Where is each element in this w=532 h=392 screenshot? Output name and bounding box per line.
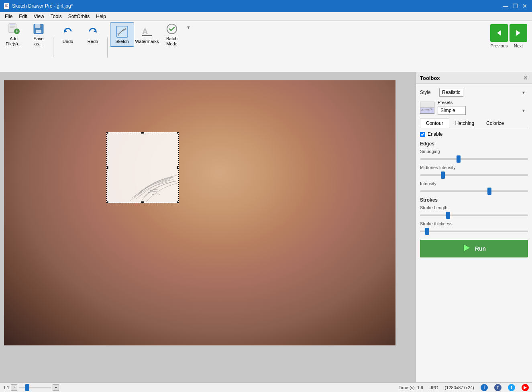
- run-button[interactable]: Run: [420, 240, 528, 257]
- status-bar-left: 1:1 - +: [3, 384, 395, 391]
- handle-top-right[interactable]: [177, 132, 179, 134]
- title-bar-left: Sketch Drawer Pro - girl.jpg*: [3, 3, 73, 9]
- svg-marker-20: [497, 30, 501, 36]
- batch-mode-button[interactable]: BatchMode: [160, 22, 184, 47]
- menu-edit[interactable]: Edit: [16, 13, 31, 20]
- presets-row: Presets Simple Detailed Fine Lines Bold: [420, 100, 528, 115]
- stroke-thickness-slider[interactable]: [420, 231, 528, 232]
- svg-rect-11: [35, 24, 40, 28]
- tab-bar: Contour Hatching Colorize: [420, 118, 528, 128]
- save-icon: [32, 22, 45, 35]
- svg-rect-0: [4, 3, 9, 9]
- handle-bot-right[interactable]: [177, 201, 179, 203]
- add-files-button[interactable]: + AddFile(s)...: [2, 22, 26, 47]
- redo-icon: [86, 25, 99, 38]
- toolbox-header: Toolbox ✕: [416, 72, 532, 84]
- enable-row: Enable: [420, 131, 528, 137]
- svg-rect-22: [420, 102, 434, 108]
- handle-bot-left[interactable]: [106, 201, 108, 203]
- svg-marker-25: [464, 244, 470, 251]
- stroke-length-label: Stroke Length: [420, 205, 528, 210]
- time-display: Time (s): 1.9: [399, 385, 423, 390]
- svg-rect-6: [10, 26, 15, 27]
- svg-rect-12: [36, 30, 41, 33]
- sketch-preview: [126, 159, 178, 203]
- next-button[interactable]: [510, 24, 527, 42]
- preset-icon: [420, 102, 434, 114]
- undo-button[interactable]: Undo: [56, 22, 80, 47]
- toolbar: + AddFile(s)... Saveas... Undo: [0, 21, 532, 72]
- info-icon[interactable]: i: [481, 384, 488, 391]
- toolbar-separator-2: [107, 37, 108, 57]
- next-label: Next: [510, 43, 527, 48]
- maximize-button[interactable]: ❐: [511, 2, 519, 10]
- image-container: [4, 80, 395, 345]
- toolbox-close-button[interactable]: ✕: [523, 75, 528, 81]
- run-label: Run: [475, 245, 486, 252]
- title-bar-controls: — ❐ ✕: [501, 2, 529, 10]
- nav-pair: [490, 24, 527, 42]
- previous-button[interactable]: [490, 24, 508, 42]
- sketch-button[interactable]: Sketch: [110, 22, 134, 47]
- zoom-slider[interactable]: [19, 387, 51, 388]
- toolbar-more-button[interactable]: ▼: [185, 24, 192, 31]
- menu-tools[interactable]: Tools: [47, 13, 65, 20]
- status-bar-right: Time (s): 1.9 JPG (1280x877x24) i f t ▶: [399, 384, 529, 391]
- style-label: Style: [420, 90, 436, 95]
- svg-text:+: +: [15, 29, 18, 34]
- handle-bot-mid[interactable]: [141, 201, 144, 203]
- tab-hatching[interactable]: Hatching: [449, 118, 480, 128]
- svg-point-19: [167, 24, 177, 34]
- menu-view[interactable]: View: [31, 13, 47, 20]
- zoom-out-button[interactable]: -: [11, 384, 17, 391]
- handle-mid-right[interactable]: [177, 166, 179, 169]
- handle-mid-left[interactable]: [106, 166, 108, 169]
- status-bar: 1:1 - + Time (s): 1.9 JPG (1280x877x24) …: [0, 382, 532, 392]
- watermarks-button[interactable]: A Watermarks: [135, 22, 159, 47]
- redo-button[interactable]: Redo: [81, 22, 105, 47]
- handle-top-mid[interactable]: [141, 132, 144, 134]
- intensity-slider[interactable]: [420, 190, 528, 192]
- strokes-label: Strokes: [420, 197, 528, 203]
- canvas-area[interactable]: [0, 72, 416, 382]
- batch-icon: [165, 22, 178, 35]
- youtube-icon[interactable]: ▶: [522, 384, 529, 391]
- presets-label: Presets: [438, 100, 528, 105]
- title-bar-title: Sketch Drawer Pro - girl.jpg*: [12, 3, 73, 9]
- edges-label: Edges: [420, 141, 528, 147]
- previous-label: Previous: [490, 43, 508, 48]
- main-area: Toolbox ✕ Style Realistic Cartoon Pencil: [0, 72, 532, 382]
- selection-box[interactable]: [106, 132, 179, 203]
- toolbox-panel: Toolbox ✕ Style Realistic Cartoon Pencil: [416, 72, 532, 382]
- stroke-thickness-container: Stroke thickness: [420, 221, 528, 233]
- zoom-in-button[interactable]: +: [53, 384, 59, 391]
- tab-contour[interactable]: Contour: [420, 118, 449, 128]
- facebook-icon[interactable]: f: [494, 384, 501, 391]
- minimize-button[interactable]: —: [501, 2, 510, 10]
- toolbox-title: Toolbox: [420, 75, 440, 81]
- watermarks-icon: A: [141, 25, 153, 38]
- menu-help[interactable]: Help: [93, 13, 109, 20]
- menu-file[interactable]: File: [2, 13, 16, 20]
- batch-mode-label: BatchMode: [166, 36, 177, 47]
- time-value: 1.9: [417, 385, 423, 390]
- style-row: Style Realistic Cartoon Pencil: [420, 88, 528, 97]
- enable-checkbox[interactable]: [420, 132, 425, 137]
- midtones-slider[interactable]: [420, 174, 528, 176]
- zoom-level: 1:1: [3, 385, 9, 390]
- save-as-button[interactable]: Saveas...: [26, 22, 51, 47]
- nav-labels: Previous Next: [490, 43, 527, 48]
- close-button[interactable]: ✕: [521, 2, 529, 10]
- stroke-length-slider[interactable]: [420, 214, 528, 216]
- menu-softorbits[interactable]: SoftOrbits: [65, 13, 93, 20]
- twitter-icon[interactable]: t: [508, 384, 515, 391]
- stroke-thickness-label: Stroke thickness: [420, 221, 528, 226]
- smudging-slider[interactable]: [420, 158, 528, 160]
- enable-label[interactable]: Enable: [428, 131, 442, 137]
- handle-top-left[interactable]: [106, 132, 108, 134]
- style-select[interactable]: Realistic Cartoon Pencil: [439, 88, 463, 97]
- tab-colorize[interactable]: Colorize: [480, 118, 510, 128]
- presets-select[interactable]: Simple Detailed Fine Lines Bold: [438, 106, 466, 115]
- sketch-label: Sketch: [115, 39, 129, 44]
- svg-marker-21: [516, 30, 520, 36]
